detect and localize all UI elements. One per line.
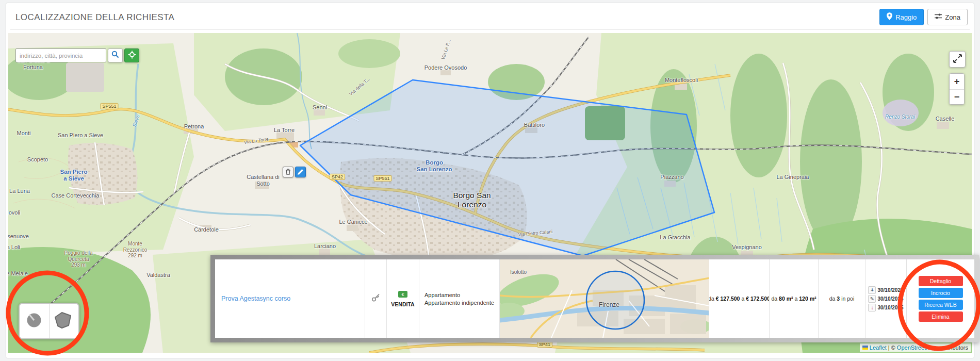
map-pin-icon	[887, 12, 892, 22]
polygon-edit-toolbar	[283, 167, 306, 177]
raggio-button[interactable]: Raggio	[879, 9, 924, 25]
radius-circle	[586, 271, 644, 329]
svg-text:€: €	[401, 292, 404, 297]
arrow-down-icon[interactable]: ↓	[868, 304, 876, 311]
filter-sliders-icon	[935, 13, 942, 21]
row-action-elimina[interactable]: Elimina	[919, 311, 963, 322]
flag-icon	[862, 344, 868, 351]
request-row: Prova Agestasync corso € VENDITA Apparta…	[215, 259, 974, 338]
leaflet-link[interactable]: Leaflet	[870, 344, 887, 351]
date-value: 30/10/2025	[877, 305, 903, 310]
date-row: ↓30/10/2025	[868, 304, 903, 311]
row-actions-cell: DettaglioIncrocioRicerca WEBElimina	[907, 259, 974, 338]
draw-radius-tool[interactable]	[20, 304, 49, 338]
trash-icon	[285, 168, 291, 177]
request-name-link[interactable]: Prova Agestasync corso	[221, 295, 290, 302]
date-value: 30/10/2025	[877, 296, 903, 302]
dates-cell: +30/10/2025✎30/10/2025↓30/10/2025	[865, 259, 907, 338]
crosshair-icon	[128, 51, 136, 61]
pencil-icon[interactable]: ✎	[868, 295, 876, 303]
price-range: da € 127.500 a € 172.500	[709, 296, 770, 302]
row-action-ricerca-web[interactable]: Ricerca WEB	[919, 300, 963, 310]
attribution-separator: | ©	[888, 344, 895, 351]
pencil-icon	[298, 168, 303, 177]
map-attribution: Leaflet | © OpenStreetMap contributors	[860, 343, 971, 352]
osm-link[interactable]: OpenStreetMap	[897, 344, 937, 351]
operation-label: VENDITA	[391, 301, 414, 307]
attribution-contributors: contributors	[939, 344, 968, 351]
operation-icon: €	[398, 290, 407, 300]
geolocate-button[interactable]	[124, 48, 139, 62]
delete-polygon-button[interactable]	[283, 167, 293, 177]
page-title: LOCALIZZAZIONE DELLA RICHIESTA	[15, 12, 174, 23]
search-button[interactable]	[108, 48, 123, 62]
date-row: +30/10/2025	[868, 286, 903, 294]
minimap-terrain	[500, 259, 709, 338]
request-row-overlay: Prova Agestasync corso € VENDITA Apparta…	[210, 255, 979, 342]
zoom-out-button[interactable]: −	[950, 89, 964, 105]
date-row: ✎30/10/2025	[868, 295, 903, 303]
plus-icon[interactable]: +	[868, 286, 876, 294]
polygon-icon	[54, 311, 74, 331]
edit-polygon-button[interactable]	[295, 167, 306, 177]
surface-range: da 80 m² a 120 m²	[771, 296, 816, 302]
property-type-2: Appartamento indipendente	[424, 300, 494, 306]
property-type-1: Appartamento	[424, 292, 460, 298]
date-value: 30/10/2025	[877, 287, 903, 293]
row-action-incrocio[interactable]: Incrocio	[919, 288, 963, 298]
address-search-input[interactable]	[15, 48, 106, 62]
zona-button[interactable]: Zona	[927, 9, 968, 25]
circle-icon	[25, 311, 43, 332]
expand-icon	[953, 54, 962, 65]
panel-header: LOCALIZZAZIONE DELLA RICHIESTA Raggio Zo…	[10, 3, 970, 30]
key-icon[interactable]	[371, 292, 381, 305]
zona-label: Zona	[945, 13, 960, 21]
draw-tools-control	[19, 303, 79, 339]
raggio-label: Raggio	[895, 13, 917, 21]
search-icon	[111, 51, 119, 60]
rooms-range: da 3 in poi	[829, 296, 854, 302]
fullscreen-button[interactable]	[949, 51, 966, 68]
zoom-in-button[interactable]: +	[950, 74, 964, 89]
draw-polygon-tool[interactable]	[49, 304, 79, 338]
zoom-control: + −	[949, 73, 965, 105]
request-minimap[interactable]: Isolotto Firenze	[500, 259, 709, 338]
row-action-dettaglio[interactable]: Dettaglio	[919, 276, 963, 286]
